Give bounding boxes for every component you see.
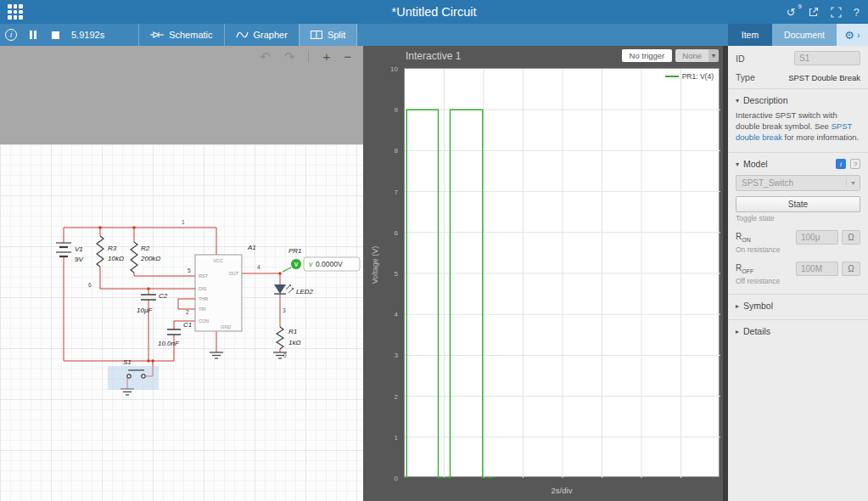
tab-grapher[interactable]: Grapher [224,24,299,46]
app-window: *Untitled Circuit ↺ 9 ? i [0,0,868,501]
inspector-settings[interactable]: ⚙ › [837,24,868,46]
trigger-source-dropdown[interactable]: None ▾ [675,49,719,62]
state-button[interactable]: State [736,196,860,212]
type-label: Type [736,72,755,82]
section-description-title: Description [743,95,788,105]
ron-row: RON 100μ Ω [728,227,868,245]
model-select[interactable]: SPST_Switch ▾ [736,175,860,191]
component-r2-resistor[interactable] [131,242,137,273]
sim-time: 5.9192s [71,30,104,40]
trigger-source-value: None [675,49,708,62]
component-c1-capacitor[interactable] [167,329,181,335]
section-symbol-title: Symbol [743,301,773,311]
triangle-open-icon: ▾ [736,97,739,104]
v1-ref: V1 [75,245,83,253]
model-help-icon[interactable]: ? [850,159,860,169]
roff-row: ROFF 100M Ω [728,258,868,277]
y-tick-label: 6 [395,228,398,236]
y-tick-label: 1 [395,433,398,441]
plot-area[interactable]: PR1: V(4) [404,68,720,477]
state-caption: Toggle state [728,214,868,227]
y-tick-label: 4 [395,311,398,318]
net-2: 2 [186,309,189,315]
legend-swatch [665,76,679,77]
pin-tri: TRI [199,307,206,312]
y-tick-label: 10 [390,65,398,73]
history-count-badge: 9 [798,3,802,10]
c2-ref: C2 [159,292,168,300]
net-4: 4 [257,264,260,270]
y-tick-label: 7 [395,188,398,195]
schematic-panel: ↶ ↷ + − [0,46,363,501]
y-tick-label: 9 [395,106,398,114]
section-details[interactable]: ▸ Details [728,319,868,341]
plot-canvas [405,69,720,478]
r2-ref: R2 [141,245,150,252]
r2-value: 200kΩ [140,255,160,262]
inspector-panel: ID S1 Type SPST Double Break ▾ Descripti… [728,46,868,501]
roff-unit: Ω [842,262,860,276]
v1-value: 9V [75,256,83,263]
component-pr1-probe[interactable]: V v 0.0000V [283,257,360,272]
description-text: Interactive SPST switch with double brea… [728,110,868,148]
selection-highlight [108,366,159,390]
component-s1-switch[interactable] [108,366,159,390]
triangle-closed-icon: ▸ [736,328,739,335]
roff-label: ROFF [736,263,792,274]
roff-field[interactable]: 100M [796,262,838,276]
c1-value: 10.0nF [158,340,180,347]
section-model-title: Model [743,159,768,169]
fullscreen-icon[interactable] [831,7,842,18]
trigger-button[interactable]: No trigger [622,49,673,62]
document-title: *Untitled Circuit [0,0,868,24]
model-info-icon[interactable]: i [836,159,846,169]
section-description[interactable]: ▾ Description [728,88,868,110]
y-tick-label: 2 [395,392,398,400]
pin-gnd: GND [221,324,231,329]
sim-controls: i 5.9192s [0,24,113,46]
component-led2[interactable] [274,284,294,294]
tab-document[interactable]: Document [772,24,837,46]
component-r1-resistor[interactable] [277,327,283,349]
pr1-ref: PR1 [288,247,302,255]
ron-caption: On resistance [728,245,868,258]
stop-icon [52,31,59,39]
r3-value: 10kΩ [108,255,124,262]
pin-vcc: VCC [213,258,223,263]
split-icon [311,31,322,39]
component-c2-capacitor[interactable] [141,295,156,300]
header-bar: *Untitled Circuit ↺ 9 ? [0,0,868,24]
help-icon[interactable]: ? [854,7,860,18]
triangle-closed-icon: ▸ [736,302,739,310]
stop-button[interactable] [44,24,66,46]
type-row: Type SPST Double Break [728,67,868,84]
x-axis-scale: 2s/div [404,486,720,495]
history-icon[interactable]: ↺ 9 [787,7,796,18]
ron-label: RON [736,232,792,243]
trace-pr1 [405,110,495,478]
net-6: 6 [88,282,92,288]
c2-value: 10μF [137,307,153,314]
section-model[interactable]: ▾ Model i ? [728,152,868,173]
component-v1-battery[interactable] [56,243,71,256]
component-r3-resistor[interactable] [97,236,104,267]
tab-item[interactable]: Item [728,24,772,46]
info-button[interactable]: i [0,24,22,46]
section-symbol[interactable]: ▸ Symbol [728,294,868,315]
wires[interactable] [64,228,280,389]
component-a1-timer[interactable]: VCC RST OUT DIS THR TRI CON GND [195,255,242,331]
net-1: 1 [182,219,185,225]
tab-split[interactable]: Split [299,24,357,46]
id-field[interactable]: S1 [794,51,860,65]
model-select-value: SPST_Switch [736,178,846,188]
inspector-tabs: Item Document ⚙ › [728,24,868,46]
y-tick-label: 3 [395,352,398,359]
tab-schematic[interactable]: Schematic [138,24,223,46]
schematic-icon [150,31,164,39]
header-actions: ↺ 9 ? [787,0,860,24]
export-icon[interactable] [808,7,819,18]
r1-ref: R1 [288,328,297,335]
simulation-toolbar: i 5.9192s Schematic Grapher [0,24,868,46]
pause-button[interactable] [22,24,44,46]
ron-field[interactable]: 100μ [796,230,838,245]
